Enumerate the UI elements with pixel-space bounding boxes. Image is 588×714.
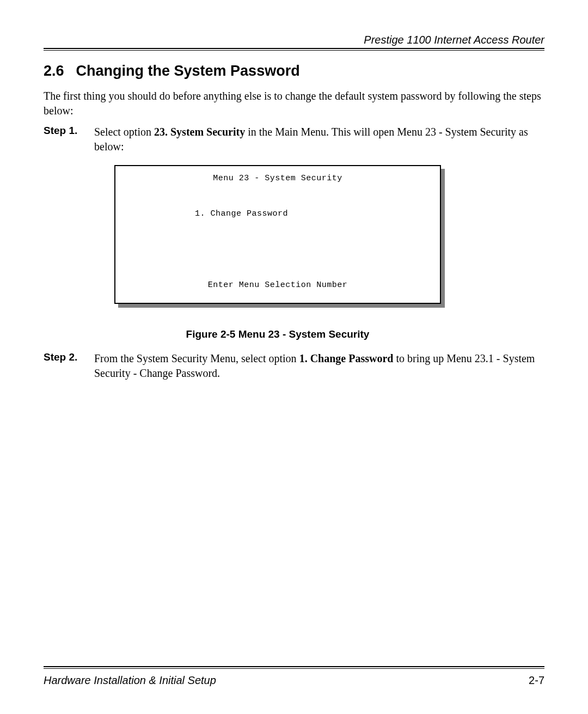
step-2-label: Step 2. <box>44 351 94 381</box>
intro-paragraph: The first thing you should do before any… <box>44 89 544 118</box>
section-number: 2.6 <box>44 63 64 80</box>
terminal-figure: Menu 23 - System Security 1. Change Pass… <box>114 165 441 304</box>
step-2-text: From the System Security Menu, select op… <box>94 351 544 381</box>
footer-row: Hardware Installation & Initial Setup 2-… <box>44 674 544 687</box>
step-1-text: Select option 23. System Security in the… <box>94 125 544 154</box>
terminal-box: Menu 23 - System Security 1. Change Pass… <box>114 165 441 304</box>
figure-caption: Figure 2-5 Menu 23 - System Security <box>44 328 512 340</box>
section-title: Changing the System Password <box>76 63 300 79</box>
figure-container: Menu 23 - System Security 1. Change Pass… <box>114 165 446 304</box>
terminal-prompt: Enter Menu Selection Number <box>115 280 440 290</box>
step-2: Step 2. From the System Security Menu, s… <box>44 351 544 381</box>
header-rule-thin <box>44 50 544 51</box>
header-product-name: Prestige 1100 Internet Access Router <box>364 34 544 46</box>
footer-rule-thin <box>44 668 544 669</box>
step-1-bold: 23. System Security <box>154 126 245 138</box>
step-2-pre: From the System Security Menu, select op… <box>94 352 299 364</box>
terminal-title: Menu 23 - System Security <box>115 174 440 183</box>
step-1-pre: Select option <box>94 126 154 138</box>
step-2-bold: 1. Change Password <box>299 352 394 364</box>
footer-section-title: Hardware Installation & Initial Setup <box>44 674 216 687</box>
section-heading: 2.6Changing the System Password <box>44 63 544 80</box>
page-footer: Hardware Installation & Initial Setup 2-… <box>44 666 544 687</box>
step-1: Step 1. Select option 23. System Securit… <box>44 125 544 154</box>
footer-rule-thick <box>44 666 544 667</box>
step-1-label: Step 1. <box>44 125 94 154</box>
terminal-option: 1. Change Password <box>195 209 440 218</box>
running-header: Prestige 1100 Internet Access Router <box>44 34 544 49</box>
page-number: 2-7 <box>529 674 544 687</box>
